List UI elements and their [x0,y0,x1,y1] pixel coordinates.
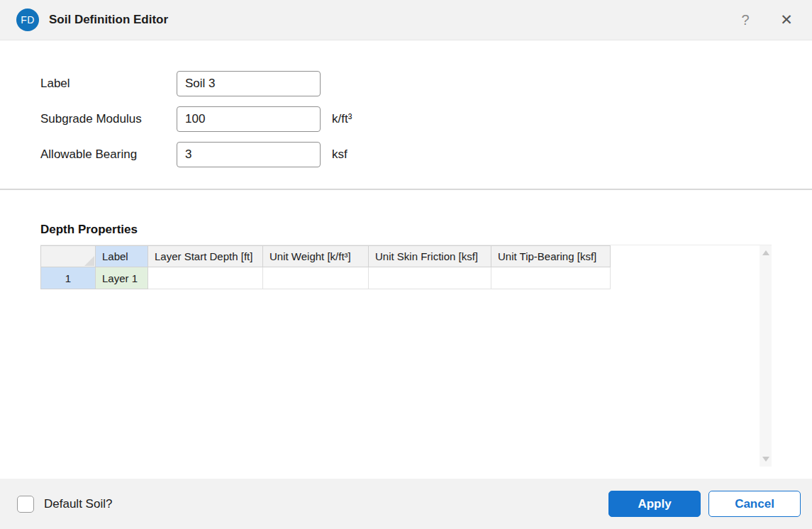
table-header-row: Label Layer Start Depth [ft] Unit Weight… [41,246,611,267]
subgrade-modulus-input[interactable] [177,106,321,132]
titlebar: FD Soil Definition Editor ? ✕ [0,0,812,40]
column-header-label[interactable]: Label [96,246,148,267]
scroll-up-icon[interactable] [762,250,769,255]
subgrade-modulus-label: Subgrade Modulus [40,112,177,126]
cell-unit-skin-friction[interactable] [369,267,491,289]
scroll-down-icon[interactable] [762,457,769,462]
depth-properties-grid: Label Layer Start Depth [ft] Unit Weight… [40,245,772,467]
app-logo-icon: FD [16,9,39,31]
label-input[interactable] [177,71,321,96]
column-header-unit-weight[interactable]: Unit Weight [k/ft³] [263,246,369,267]
row-number-cell[interactable]: 1 [41,267,96,289]
help-icon[interactable]: ? [733,7,758,33]
window-title: Soil Definition Editor [49,13,168,27]
subgrade-modulus-unit: k/ft³ [332,112,352,126]
select-all-corner-icon [84,256,94,266]
cell-label[interactable]: Layer 1 [96,267,148,289]
label-field-label: Label [40,77,177,91]
depth-properties-title: Depth Properties [40,223,138,237]
cancel-button[interactable]: Cancel [708,491,801,517]
grid-content: Label Layer Start Depth [ft] Unit Weight… [40,245,760,467]
close-icon[interactable]: ✕ [774,7,799,33]
table-row: 1 Layer 1 [41,267,611,289]
default-soil-checkbox[interactable] [17,496,34,513]
allowable-bearing-label: Allowable Bearing [40,147,177,162]
apply-button[interactable]: Apply [608,491,701,517]
vertical-scrollbar[interactable] [760,245,772,467]
form-row-allowable-bearing: Allowable Bearing ksf [40,142,352,167]
soil-form: Label Subgrade Modulus k/ft³ Allowable B… [40,71,352,177]
depth-properties-table: Label Layer Start Depth [ft] Unit Weight… [40,245,611,289]
cell-unit-weight[interactable] [263,267,369,289]
column-header-unit-tip-bearing[interactable]: Unit Tip-Bearing [ksf] [491,246,611,267]
form-row-subgrade-modulus: Subgrade Modulus k/ft³ [40,106,352,132]
cell-unit-tip-bearing[interactable] [491,267,611,289]
cell-layer-start-depth[interactable] [148,267,263,289]
default-soil-label: Default Soil? [44,497,112,511]
form-row-label: Label [40,71,352,96]
allowable-bearing-unit: ksf [332,147,347,162]
column-header-layer-start-depth[interactable]: Layer Start Depth [ft] [148,246,263,267]
allowable-bearing-input[interactable] [177,142,321,167]
select-all-corner[interactable] [41,246,96,267]
section-divider [0,189,812,190]
column-header-unit-skin-friction[interactable]: Unit Skin Friction [ksf] [369,246,491,267]
footer-bar: Default Soil? Apply Cancel [0,479,812,529]
